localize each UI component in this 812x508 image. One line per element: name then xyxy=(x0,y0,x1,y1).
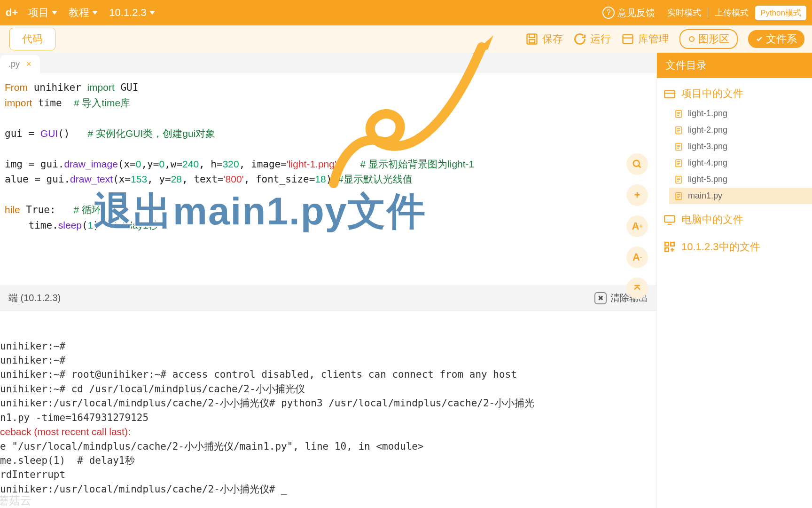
file-icon xyxy=(674,142,683,151)
editor-side-tools: + A+ A- xyxy=(626,153,648,299)
search-tool[interactable] xyxy=(626,153,648,175)
mode-realtime[interactable]: 实时模式 xyxy=(667,7,701,18)
sidebar-title: 文件目录 xyxy=(657,53,812,78)
terminal-title: 端 (10.1.2.3) xyxy=(8,292,61,304)
add-tool[interactable]: + xyxy=(626,184,648,206)
code-button[interactable]: 代码 xyxy=(9,28,55,50)
file-item[interactable]: light-2.png xyxy=(669,122,812,138)
svg-point-5 xyxy=(633,160,640,167)
folder-icon xyxy=(664,87,676,100)
svg-line-6 xyxy=(639,166,641,168)
watermark: 蘑菇云 xyxy=(0,493,31,508)
chevron-down-icon xyxy=(149,11,155,15)
svg-point-4 xyxy=(689,37,694,41)
files-toggle[interactable]: 文件系 xyxy=(748,30,804,48)
chevron-down-icon xyxy=(92,11,98,15)
file-list: light-1.pnglight-2.pnglight-3.pnglight-4… xyxy=(657,105,812,204)
chevron-down-icon xyxy=(52,11,57,15)
tab-label: .py xyxy=(8,59,20,69)
svg-rect-34 xyxy=(664,215,675,222)
grid-plus-icon xyxy=(664,241,676,253)
file-sidebar: 文件目录 项目中的文件 light-1.pnglight-2.pnglight-… xyxy=(657,53,812,508)
editor-tab-bar: .py × xyxy=(0,53,656,73)
menu-project[interactable]: 项目 xyxy=(28,6,57,20)
svg-rect-2 xyxy=(623,35,633,44)
lib-manager-button[interactable]: 库管理 xyxy=(621,32,669,46)
file-icon xyxy=(674,126,683,135)
run-button[interactable]: 运行 xyxy=(573,32,611,46)
save-button[interactable]: 保存 xyxy=(525,32,563,46)
svg-rect-38 xyxy=(671,242,674,246)
divider xyxy=(708,8,708,18)
svg-rect-8 xyxy=(664,91,675,98)
save-icon xyxy=(525,32,539,46)
editor-tab[interactable]: .py × xyxy=(0,55,40,73)
file-item[interactable]: light-1.png xyxy=(669,105,812,122)
svg-rect-37 xyxy=(665,248,669,252)
tab-close-icon[interactable]: × xyxy=(26,59,31,69)
circle-icon xyxy=(688,35,695,43)
section-pc-files[interactable]: 电脑中的文件 xyxy=(657,204,812,231)
file-icon xyxy=(674,191,683,201)
file-item[interactable]: light-5.png xyxy=(669,171,812,188)
feedback-link[interactable]: ? 意见反馈 xyxy=(602,7,655,19)
collapse-tool[interactable] xyxy=(626,278,648,299)
terminal-output[interactable]: unihiker:~# unihiker:~# unihiker:~# root… xyxy=(0,310,656,508)
monitor-icon xyxy=(664,214,676,226)
menu-tutorial[interactable]: 教程 xyxy=(69,6,98,20)
section-device-files[interactable]: 10.1.2.3中的文件 xyxy=(657,231,812,259)
chevron-up-icon xyxy=(632,284,642,293)
menu-version[interactable]: 10.1.2.3 xyxy=(109,7,155,19)
help-icon: ? xyxy=(602,7,615,19)
check-icon xyxy=(756,35,763,43)
main-toolbar: 代码 保存 运行 库管理 图形区 文件系 xyxy=(0,25,812,53)
mode-upload[interactable]: 上传模式 xyxy=(715,7,749,18)
svg-rect-36 xyxy=(665,242,669,246)
library-icon xyxy=(621,32,634,46)
svg-rect-1 xyxy=(529,40,535,43)
font-decrease[interactable]: A- xyxy=(626,246,648,268)
graphics-toggle[interactable]: 图形区 xyxy=(679,29,738,49)
app-logo: d+ xyxy=(6,7,18,19)
file-item[interactable]: light-4.png xyxy=(669,155,812,171)
file-icon xyxy=(674,175,683,184)
mode-python-badge[interactable]: Python模式 xyxy=(755,6,806,20)
code-editor[interactable]: From unihiker import GUI import time # 导… xyxy=(0,73,656,286)
run-icon xyxy=(573,32,586,46)
section-project-files[interactable]: 项目中的文件 xyxy=(657,78,812,105)
font-increase[interactable]: A+ xyxy=(626,215,648,237)
search-icon xyxy=(632,159,642,169)
file-item[interactable]: light-3.png xyxy=(669,138,812,155)
file-icon xyxy=(674,159,683,168)
file-item[interactable]: main1.py xyxy=(669,188,812,204)
top-menu-bar: d+ 项目 教程 10.1.2.3 ? 意见反馈 实时模式 上传模式 Pytho… xyxy=(0,0,812,25)
file-icon xyxy=(674,109,683,119)
annotation-text: 退出main1.py文件 xyxy=(94,186,426,238)
clear-icon: ✖ xyxy=(594,292,607,304)
terminal-header: 端 (10.1.2.3) ✖ 清除输出 xyxy=(0,286,656,310)
